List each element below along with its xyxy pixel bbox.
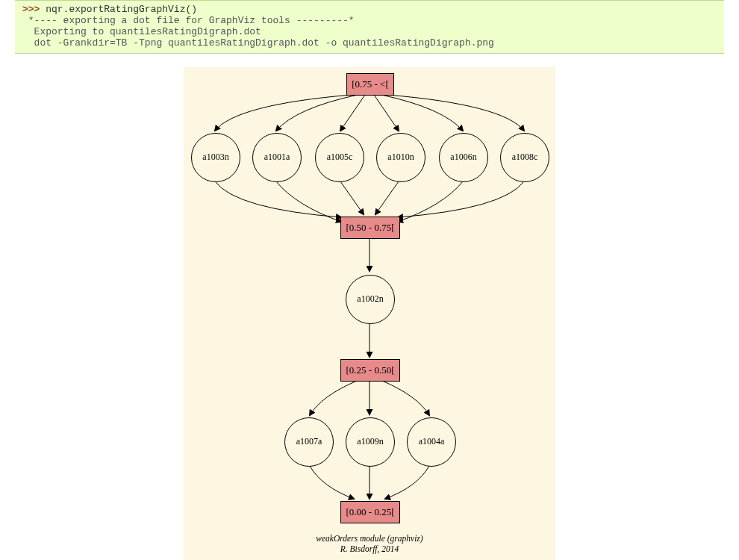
code-block: >>> nqr.exportRatingGraphViz() *---- exp…	[15, 0, 724, 54]
alt-node-a1004a: a1004a	[407, 417, 456, 467]
alt-node-a1007a: a1007a	[284, 417, 334, 467]
quantile-box-2: [0.50 - 0.75[	[340, 217, 400, 239]
quantile-box-1: [0.75 - <[	[346, 73, 394, 96]
diagram-container: [0.75 - <[ a1003n a1001a a1005c a1010n a…	[0, 67, 739, 560]
output-line-2: Exporting to quantilesRatingDigraph.dot	[22, 26, 261, 37]
diagram-caption: weakOrders module (graphviz) R. Bisdorff…	[184, 534, 555, 555]
alt-node-a1003n: a1003n	[191, 133, 240, 182]
graphviz-diagram: [0.75 - <[ a1003n a1001a a1005c a1010n a…	[184, 67, 555, 560]
alt-node-a1002n: a1002n	[346, 275, 395, 324]
python-prompt: >>>	[22, 4, 46, 15]
alt-node-a1006n: a1006n	[439, 133, 488, 182]
alt-node-a1008c: a1008c	[500, 133, 549, 182]
output-line-3: dot -Grankdir=TB -Tpng quantilesRatingDi…	[22, 37, 494, 49]
alt-node-a1009n: a1009n	[346, 417, 395, 467]
alt-node-a1001a: a1001a	[252, 133, 302, 182]
caption-line-2: R. Bisdorff, 2014	[340, 544, 399, 553]
python-command: nqr.exportRatingGraphViz()	[46, 4, 197, 15]
quantile-box-3: [0.25 - 0.50[	[340, 359, 400, 382]
caption-line-1: weakOrders module (graphviz)	[316, 534, 422, 543]
quantile-box-4: [0.00 - 0.25[	[340, 501, 400, 523]
output-line-1: *---- exporting a dot file for GraphViz …	[22, 15, 355, 26]
alt-node-a1005c: a1005c	[315, 133, 364, 182]
alt-node-a1010n: a1010n	[376, 133, 425, 182]
